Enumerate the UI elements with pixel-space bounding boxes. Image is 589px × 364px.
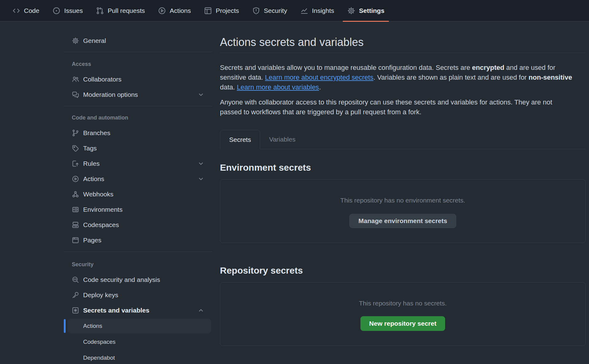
sidebar-divider bbox=[64, 52, 212, 52]
tab-security[interactable]: Security bbox=[248, 0, 292, 21]
sidebar-item-environments[interactable]: Environments bbox=[64, 202, 212, 217]
sidebar-item-collaborators[interactable]: Collaborators bbox=[64, 72, 212, 87]
chevron-up-icon bbox=[198, 307, 204, 314]
people-icon bbox=[72, 76, 79, 83]
tab-security-label: Security bbox=[264, 7, 287, 14]
sidebar-item-label: Environments bbox=[83, 206, 122, 213]
sidebar-item-label: Rules bbox=[83, 160, 100, 167]
gear-icon bbox=[347, 7, 355, 15]
sidebar-item-label: Moderation options bbox=[83, 91, 138, 98]
sidebar-item-label: Branches bbox=[83, 129, 110, 137]
environments-icon bbox=[72, 206, 79, 213]
intro-text: . Variables are shown as plain text and … bbox=[373, 74, 529, 81]
chevron-down-icon bbox=[198, 176, 204, 182]
sidebar-item-general[interactable]: General bbox=[64, 33, 212, 48]
sidebar-item-label: Actions bbox=[83, 175, 104, 183]
sidebar-item-label: Code security and analysis bbox=[83, 276, 160, 283]
tab-settings[interactable]: Settings bbox=[343, 0, 389, 21]
tab-variables[interactable]: Variables bbox=[260, 130, 304, 149]
manage-environment-secrets-button[interactable]: Manage environment secrets bbox=[349, 214, 456, 228]
sidebar-item-code-security[interactable]: Code security and analysis bbox=[64, 272, 212, 287]
secrets-variables-tabnav: Secrets Variables bbox=[220, 130, 586, 149]
sidebar-subitem-label: Dependabot bbox=[83, 355, 115, 361]
sidebar-subitem-label: Codespaces bbox=[83, 339, 116, 345]
page-title: Actions secrets and variables bbox=[220, 36, 586, 53]
browser-icon bbox=[72, 237, 79, 244]
sidebar-item-moderation-options[interactable]: Moderation options bbox=[64, 87, 212, 102]
sidebar-item-deploy-keys[interactable]: Deploy keys bbox=[64, 287, 212, 303]
tab-insights-label: Insights bbox=[312, 7, 334, 14]
issue-opened-icon bbox=[52, 7, 60, 15]
sidebar-subitem-dependabot[interactable]: Dependabot bbox=[64, 350, 212, 364]
sidebar-item-label: Codespaces bbox=[83, 221, 119, 229]
intro-paragraph: Secrets and variables allow you to manag… bbox=[220, 63, 586, 92]
intro-bold-encrypted: encrypted bbox=[472, 64, 504, 71]
sidebar-section-security: Security bbox=[64, 257, 212, 272]
sidebar-item-label: Pages bbox=[83, 237, 102, 244]
chevron-down-icon bbox=[198, 160, 204, 167]
sidebar-divider bbox=[64, 106, 212, 106]
git-branch-icon bbox=[72, 129, 79, 137]
link-encrypted-secrets[interactable]: Learn more about encrypted secrets bbox=[265, 74, 373, 81]
intro-text: data. bbox=[220, 83, 237, 91]
tab-secrets[interactable]: Secrets bbox=[220, 130, 260, 149]
asterisk-box-icon bbox=[72, 307, 79, 314]
sidebar-subitem-actions[interactable]: Actions bbox=[64, 318, 212, 334]
sidebar-item-label: Secrets and variables bbox=[83, 307, 149, 314]
tab-actions-label: Actions bbox=[170, 7, 191, 14]
tab-code[interactable]: Code bbox=[8, 0, 44, 21]
sidebar-item-label: Webhooks bbox=[83, 191, 114, 198]
play-icon bbox=[72, 175, 79, 183]
repository-secrets-empty-box: This repository has no secrets. New repo… bbox=[220, 282, 586, 346]
shield-icon bbox=[252, 7, 260, 15]
intro-text: Secrets and variables allow you to manag… bbox=[220, 64, 472, 71]
repository-empty-message: This repository has no secrets. bbox=[359, 298, 447, 308]
intro-bold-non-sensitive: non-sensitive bbox=[529, 74, 572, 81]
sidebar-item-label: Collaborators bbox=[83, 76, 121, 83]
sidebar-item-branches[interactable]: Branches bbox=[64, 125, 212, 141]
tab-settings-label: Settings bbox=[359, 7, 384, 14]
sidebar-item-codespaces[interactable]: Codespaces bbox=[64, 217, 212, 233]
comment-discussion-icon bbox=[72, 91, 79, 98]
tab-projects[interactable]: Projects bbox=[199, 0, 244, 21]
link-variables[interactable]: Learn more about variables bbox=[237, 83, 319, 91]
play-icon bbox=[158, 7, 166, 15]
codespaces-icon bbox=[72, 221, 79, 229]
key-icon bbox=[72, 291, 79, 299]
repo-tab-bar: Code Issues Pull requests Actions Projec… bbox=[0, 0, 589, 21]
active-item-indicator bbox=[64, 319, 66, 333]
sidebar-item-secrets-and-variables[interactable]: Secrets and variables bbox=[64, 303, 212, 318]
collaborator-paragraph: Anyone with collaborator access to this … bbox=[220, 97, 586, 117]
sidebar-section-access: Access bbox=[64, 56, 212, 72]
environment-secrets-empty-box: This repository has no environment secre… bbox=[220, 179, 586, 243]
settings-content: Actions secrets and variables Secrets an… bbox=[220, 21, 586, 346]
tag-icon bbox=[72, 145, 79, 152]
sidebar-item-label: Deploy keys bbox=[83, 291, 118, 299]
code-scan-icon bbox=[72, 276, 79, 283]
tab-code-label: Code bbox=[24, 7, 39, 14]
para2-text: Anyone with collaborator access to this … bbox=[220, 98, 552, 106]
sidebar-item-label: Tags bbox=[83, 145, 97, 152]
sidebar-item-rules[interactable]: Rules bbox=[64, 156, 212, 171]
tab-pull-requests[interactable]: Pull requests bbox=[91, 0, 149, 21]
tab-projects-label: Projects bbox=[216, 7, 239, 14]
rule-icon bbox=[72, 160, 79, 167]
tab-insights[interactable]: Insights bbox=[296, 0, 339, 21]
gear-icon bbox=[72, 37, 79, 44]
sidebar-item-webhooks[interactable]: Webhooks bbox=[64, 187, 212, 202]
sidebar-item-pages[interactable]: Pages bbox=[64, 233, 212, 248]
new-repository-secret-button[interactable]: New repository secret bbox=[360, 316, 445, 331]
sidebar-item-actions[interactable]: Actions bbox=[64, 171, 212, 187]
environment-secrets-heading: Environment secrets bbox=[220, 162, 586, 173]
settings-sidebar: General Access Collaborators Moderation … bbox=[64, 21, 212, 364]
table-icon bbox=[204, 7, 212, 15]
chevron-down-icon bbox=[198, 91, 204, 98]
sidebar-subitem-codespaces[interactable]: Codespaces bbox=[64, 334, 212, 350]
tab-issues[interactable]: Issues bbox=[48, 0, 87, 21]
sidebar-section-code-and-automation: Code and automation bbox=[64, 110, 212, 125]
sidebar-item-tags[interactable]: Tags bbox=[64, 141, 212, 156]
intro-text: sensitive data. bbox=[220, 74, 265, 81]
tab-actions[interactable]: Actions bbox=[153, 0, 195, 21]
para2-text: passed to workflows that are triggered b… bbox=[220, 108, 422, 116]
git-pull-request-icon bbox=[96, 7, 104, 15]
